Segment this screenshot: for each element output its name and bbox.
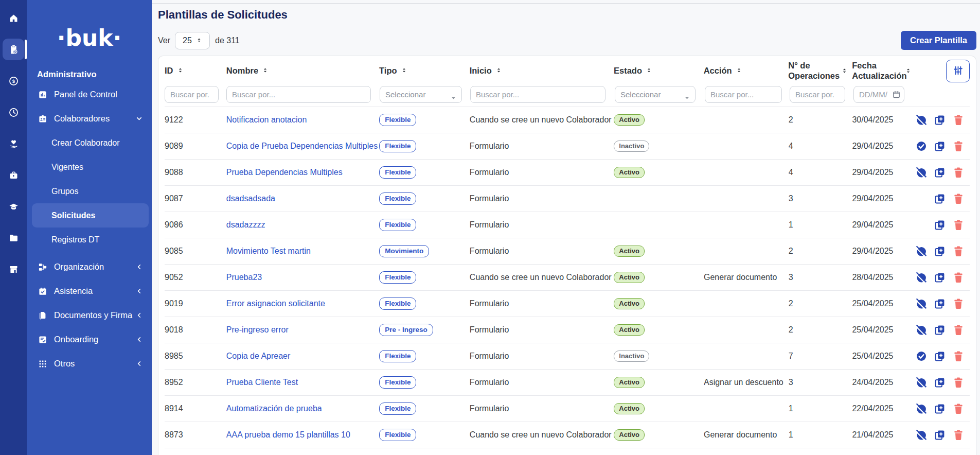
- sidebar-item-organizacion[interactable]: Organización: [27, 255, 152, 279]
- rail-item-training[interactable]: [3, 196, 24, 217]
- deactivate-button[interactable]: [916, 272, 927, 283]
- sidebar-item-documentos-y-firma[interactable]: Documentos y Firma: [27, 303, 152, 327]
- template-link[interactable]: Pre-ingreso error: [226, 325, 289, 334]
- cell-operaciones: 3: [789, 194, 852, 203]
- sidebar-item-grupos[interactable]: Grupos: [27, 179, 152, 203]
- template-link[interactable]: Prueba Cliente Test: [226, 378, 298, 387]
- duplicate-button[interactable]: [934, 167, 946, 178]
- delete-button[interactable]: [953, 114, 964, 126]
- rail-item-time[interactable]: [3, 101, 24, 123]
- activate-button[interactable]: [916, 351, 927, 362]
- filter-input-6[interactable]: [790, 86, 845, 103]
- filter-input-1[interactable]: [226, 86, 371, 103]
- sidebar-item-otros[interactable]: Otros: [27, 352, 152, 376]
- filter-input-0[interactable]: [165, 86, 219, 103]
- delete-button[interactable]: [953, 351, 964, 362]
- delete-button[interactable]: [953, 324, 964, 336]
- column-header-7[interactable]: Fecha Actualización: [852, 61, 916, 81]
- sidebar-item-onboarding[interactable]: Onboarding: [27, 327, 152, 352]
- column-settings-button[interactable]: [946, 60, 970, 82]
- template-link[interactable]: AAA prueba demo 15 plantillas 10: [226, 430, 350, 439]
- template-link[interactable]: Copia de Prueba Dependencias Multiples: [226, 142, 378, 150]
- delete-button[interactable]: [953, 167, 964, 178]
- delete-button[interactable]: [953, 429, 964, 441]
- delete-button[interactable]: [953, 298, 964, 309]
- delete-button[interactable]: [953, 272, 964, 283]
- delete-button[interactable]: [953, 377, 964, 388]
- filter-input-5[interactable]: [705, 86, 782, 103]
- duplicate-button[interactable]: [934, 141, 946, 152]
- cell-id: 9086: [165, 220, 226, 230]
- template-link[interactable]: Movimiento Test martin: [226, 247, 311, 255]
- activate-button[interactable]: [916, 141, 927, 152]
- column-header-1[interactable]: Nombre: [226, 66, 379, 76]
- template-link[interactable]: Error asignacion solicitante: [226, 299, 325, 308]
- deactivate-button[interactable]: [916, 246, 927, 257]
- sidebar-item-colaboradores[interactable]: Colaboradores: [27, 107, 152, 131]
- duplicate-button[interactable]: [934, 298, 946, 309]
- cell-nombre: Copia de Apreaer: [226, 352, 379, 361]
- template-link[interactable]: Copia de Apreaer: [226, 352, 291, 360]
- template-link[interactable]: Prueba23: [226, 273, 262, 282]
- duplicate-button[interactable]: [934, 377, 946, 388]
- delete-button[interactable]: [953, 193, 964, 204]
- column-header-5[interactable]: Acción: [704, 66, 789, 76]
- delete-button[interactable]: [953, 246, 964, 257]
- estado-badge: Activo: [614, 167, 645, 179]
- filter-select-4[interactable]: Seleccionar: [615, 86, 696, 103]
- template-link[interactable]: dsadazzzz: [226, 220, 265, 229]
- filter-input-3[interactable]: [470, 86, 605, 103]
- create-template-button[interactable]: Crear Plantilla: [901, 31, 976, 50]
- deactivate-button[interactable]: [916, 403, 927, 414]
- app-root: $ ·buk· Administrativo Panel de Control …: [0, 0, 980, 455]
- rail-item-files[interactable]: [3, 227, 24, 249]
- duplicate-button[interactable]: [934, 114, 946, 126]
- cell-id: 9052: [165, 273, 226, 282]
- checklist-icon: [38, 335, 47, 344]
- sidebar-item-crear-colaborador[interactable]: Crear Colaborador: [27, 131, 152, 155]
- rail-item-benefits[interactable]: [3, 133, 24, 154]
- sidebar-item-asistencia[interactable]: Asistencia: [27, 279, 152, 303]
- duplicate-button[interactable]: [934, 351, 946, 362]
- deactivate-button[interactable]: [916, 324, 927, 336]
- deactivate-button[interactable]: [916, 114, 927, 126]
- chevron-left-icon: [136, 336, 142, 343]
- sidebar-item-vigentes[interactable]: Vigentes: [27, 155, 152, 179]
- template-link[interactable]: Prueba Dependencias Multiples: [226, 168, 343, 177]
- column-header-3[interactable]: Inicio: [470, 66, 614, 76]
- column-header-4[interactable]: Estado: [614, 66, 704, 76]
- filter-select-2[interactable]: Seleccionar: [380, 86, 462, 103]
- deactivate-button[interactable]: [916, 377, 927, 388]
- column-header-2[interactable]: Tipo: [379, 66, 470, 76]
- deactivate-button[interactable]: [916, 298, 927, 309]
- cell-actions: [916, 403, 970, 414]
- sidebar-item-panel-de-control[interactable]: Panel de Control: [27, 82, 152, 107]
- deactivate-button[interactable]: [916, 167, 927, 178]
- duplicate-button[interactable]: [934, 403, 946, 414]
- delete-button[interactable]: [953, 219, 964, 231]
- duplicate-button[interactable]: [934, 246, 946, 257]
- delete-button[interactable]: [953, 141, 964, 152]
- column-header-6[interactable]: N° de Operaciones: [788, 61, 852, 81]
- deactivate-button[interactable]: [916, 429, 927, 441]
- sidebar-item-solicitudes[interactable]: Solicitudes: [32, 203, 149, 227]
- rail-item-tools[interactable]: [3, 164, 24, 186]
- template-link[interactable]: dsadsadsada: [226, 194, 275, 203]
- column-header-0[interactable]: ID: [165, 66, 226, 76]
- duplicate-button[interactable]: [934, 272, 946, 283]
- tipo-badge: Flexible: [379, 429, 416, 441]
- cell-actions: [916, 141, 970, 152]
- duplicate-button[interactable]: [934, 429, 946, 441]
- rail-item-payments[interactable]: $: [3, 70, 24, 92]
- duplicate-button[interactable]: [934, 324, 946, 336]
- page-size-select[interactable]: 25: [175, 32, 210, 49]
- duplicate-button[interactable]: [934, 193, 946, 204]
- template-link[interactable]: Automatización de prueba: [226, 404, 322, 413]
- rail-item-marketplace[interactable]: [3, 258, 24, 280]
- template-link[interactable]: Notificacion anotacion: [226, 115, 307, 124]
- rail-item-requests[interactable]: [3, 39, 24, 60]
- delete-button[interactable]: [953, 403, 964, 414]
- duplicate-button[interactable]: [934, 219, 946, 231]
- rail-item-home[interactable]: [3, 7, 24, 29]
- sidebar-item-registros-dt[interactable]: Registros DT: [27, 227, 152, 252]
